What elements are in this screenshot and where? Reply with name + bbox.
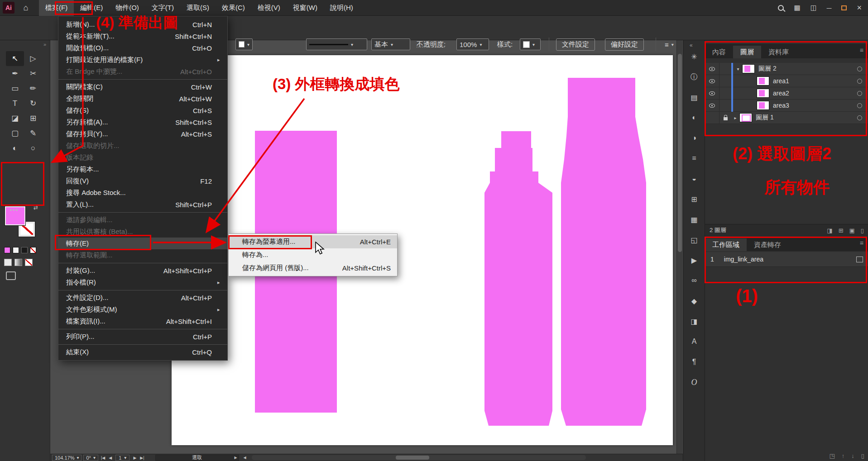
rotation-dropdown[interactable]: 0° ▾ <box>83 455 98 461</box>
lock-toggle[interactable] <box>719 100 731 112</box>
menu-window[interactable]: 視窗(W) <box>287 0 324 16</box>
file-menu-item[interactable]: 列印(P)... Ctrl+P <box>58 331 227 342</box>
layer-thumbnail[interactable] <box>757 101 769 110</box>
eraser-tool-icon[interactable]: ◪ <box>6 111 24 126</box>
horizontal-scrollbar[interactable] <box>252 455 586 460</box>
artboard-tool-icon[interactable]: ▢ <box>6 126 24 141</box>
expand-chevron-icon[interactable]: ▸ <box>731 115 739 120</box>
shape-bottle-large[interactable] <box>561 78 646 426</box>
rotate-tool-icon[interactable]: ↻ <box>24 96 42 111</box>
tab-libraries[interactable]: 資料庫 <box>761 46 796 58</box>
move-up-icon[interactable]: ↑ <box>842 452 845 459</box>
file-menu-item[interactable]: 文件色彩模式(M) ▸ <box>58 304 227 315</box>
file-menu-item[interactable] <box>58 288 227 292</box>
vertical-scrollbar[interactable] <box>676 40 682 454</box>
make-mask-icon[interactable]: ◨ <box>827 227 832 234</box>
visibility-toggle[interactable] <box>705 112 719 124</box>
shape-bottle-small[interactable] <box>484 131 552 426</box>
swatches-panel-icon[interactable]: ▤ <box>686 92 702 103</box>
artboards-panel-menu-icon[interactable]: ≡ <box>860 239 868 249</box>
none-mode-icon[interactable] <box>25 259 33 266</box>
file-menu-item[interactable]: 從範本新增(T)... Shift+Ctrl+N <box>58 30 227 42</box>
lock-toggle[interactable] <box>719 63 731 75</box>
mini-white-swatch[interactable] <box>13 247 19 253</box>
layer-thumbnail[interactable] <box>739 113 752 122</box>
menu-edit[interactable]: 編輯(E) <box>74 0 109 16</box>
last-artboard-icon[interactable]: ▶| <box>140 456 144 460</box>
file-menu-item[interactable]: 文件設定(D)... Alt+Ctrl+P <box>58 292 227 304</box>
symbols-panel-icon[interactable]: ◆ <box>686 295 702 306</box>
stroke-profile-dropdown[interactable]: ▾ <box>306 38 367 50</box>
delete-layer-icon[interactable]: ▯ <box>861 227 864 234</box>
paragraph-panel-icon[interactable]: ¶ <box>686 356 702 367</box>
lock-toggle[interactable] <box>719 87 731 100</box>
file-menu-item[interactable]: 儲存拷貝(Y)... Alt+Ctrl+S <box>58 128 227 140</box>
curvature-tool-icon[interactable]: ✎ <box>24 126 42 141</box>
opacity-label[interactable]: 不透明度: <box>417 38 446 50</box>
layer-thumbnail[interactable] <box>742 64 755 73</box>
target-circle-icon[interactable] <box>857 103 862 108</box>
target-circle-icon[interactable] <box>857 67 862 71</box>
edit-toolbar-dots-icon[interactable]: ••• <box>10 207 19 214</box>
layer-thumbnail[interactable] <box>757 76 769 86</box>
lock-toggle[interactable] <box>719 112 731 124</box>
file-menu-item[interactable] <box>58 210 227 214</box>
appearance-panel-icon[interactable]: ◨ <box>686 316 702 327</box>
file-menu-item[interactable]: 轉存選取範圍... <box>58 249 227 261</box>
menu-help[interactable]: 說明(H) <box>324 0 360 16</box>
file-menu-item[interactable]: 全部關閉 Alt+Ctrl+W <box>58 93 227 105</box>
file-menu-item[interactable]: 回復(V) F12 <box>58 175 227 187</box>
direct-selection-tool-icon[interactable]: ▷ <box>24 51 42 66</box>
transform-tool-icon[interactable]: ⊞ <box>24 111 42 126</box>
file-menu-item[interactable]: 指令檔(R) ▸ <box>58 276 227 288</box>
style-dropdown[interactable]: ▾ <box>520 38 541 50</box>
target-circle-icon[interactable] <box>857 115 862 120</box>
artboard-number-field[interactable]: 1 ▾ <box>115 455 129 461</box>
menu-effect[interactable]: 效果(C) <box>216 0 251 16</box>
file-menu-item[interactable]: 封裝(G)... Alt+Shift+Ctrl+P <box>58 265 227 276</box>
tab-layers[interactable]: 圖層 <box>733 46 761 58</box>
menu-type[interactable]: 文字(T) <box>145 0 180 16</box>
draw-normal-mode-icon[interactable] <box>6 271 16 280</box>
artboard-row-1[interactable]: 1 img_link_area <box>705 252 868 267</box>
info-panel-icon[interactable]: ⓘ <box>686 71 702 82</box>
pen-tool-icon[interactable]: ✒ <box>6 66 24 81</box>
file-menu-item[interactable]: 邀請參與編輯... <box>58 214 227 226</box>
file-menu-item[interactable]: 打開最近使用過的檔案(F) ▸ <box>58 54 227 66</box>
hint-more-icon[interactable]: ▶ <box>234 456 237 460</box>
opentype-panel-icon[interactable]: O <box>686 377 702 388</box>
menu-view[interactable]: 檢視(V) <box>251 0 287 16</box>
links-panel-icon[interactable]: ∞ <box>686 275 702 286</box>
tab-properties[interactable]: 內容 <box>705 46 733 58</box>
brush-dropdown[interactable]: 基本 ▾ <box>371 38 410 50</box>
layer-row-area3[interactable]: area3 <box>705 100 868 112</box>
move-down-icon[interactable]: ↓ <box>851 452 854 459</box>
tab-asset-export[interactable]: 資產轉存 <box>747 238 788 251</box>
color-guide-panel-icon[interactable]: ◑ <box>686 133 702 143</box>
home-icon[interactable]: ⌂ <box>18 3 34 13</box>
new-layer-icon[interactable]: ▣ <box>849 227 855 234</box>
opacity-dropdown[interactable]: 100% ▾ <box>456 38 489 50</box>
pencil-tool-icon[interactable]: ✏ <box>24 81 42 96</box>
color-panel-icon[interactable]: ◐ <box>686 112 702 123</box>
first-artboard-icon[interactable]: |◀ <box>101 456 105 460</box>
gradient-mode-icon[interactable] <box>14 259 22 266</box>
file-menu-item[interactable]: 另存新檔(A)... Shift+Ctrl+S <box>58 116 227 128</box>
next-artboard-icon[interactable]: ▶ <box>133 456 136 460</box>
delete-artboard-icon[interactable]: ▯ <box>861 452 864 459</box>
document-setup-button[interactable]: 文件設定 <box>556 38 595 51</box>
target-circle-icon[interactable] <box>857 91 862 96</box>
stroke-color-dropdown[interactable]: ▾ <box>235 38 253 50</box>
close-window-icon[interactable]: × <box>857 3 862 13</box>
pathfinder-panel-icon[interactable]: ◱ <box>686 234 702 245</box>
lock-toggle[interactable] <box>719 75 731 87</box>
gradient-panel-icon[interactable]: ◒ <box>686 173 702 184</box>
visibility-toggle[interactable] <box>705 100 719 112</box>
zoom-tool-icon[interactable]: ○ <box>24 141 42 156</box>
file-menu-item[interactable]: 儲存選取的切片... <box>58 140 227 152</box>
properties-panel-icon[interactable]: ✳ <box>686 51 702 62</box>
target-circle-icon[interactable] <box>857 79 862 84</box>
tab-artboards[interactable]: 工作區域 <box>705 238 747 251</box>
file-menu-item[interactable]: 關閉檔案(C) Ctrl+W <box>58 81 227 93</box>
file-menu-item[interactable] <box>58 261 227 265</box>
